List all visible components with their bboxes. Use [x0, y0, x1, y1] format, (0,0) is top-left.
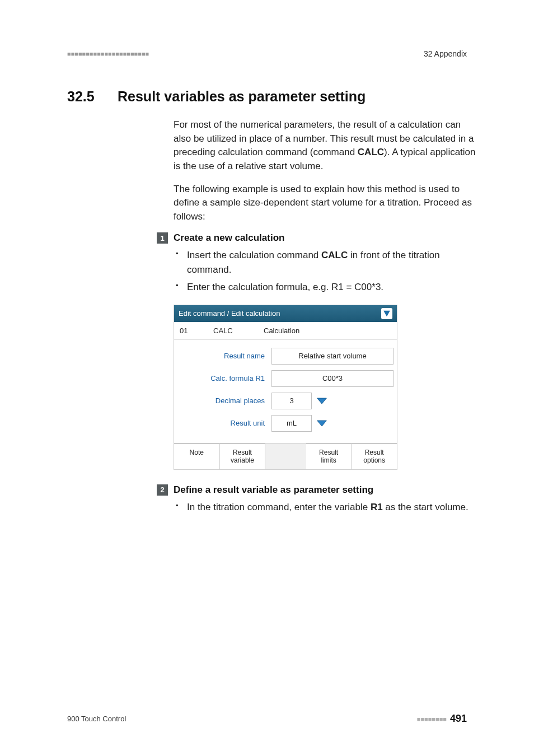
edit-calculation-dialog: Edit command / Edit calculation 01 CALC … — [174, 305, 397, 470]
step1-b1-pre: Insert the calculation command — [187, 250, 321, 260]
field-decimal-places[interactable]: 3 — [271, 393, 312, 409]
step-1-row: 1 Create a new calculation — [174, 232, 476, 244]
footer-page-number: 491 — [450, 713, 467, 725]
step2-b1-bold: R1 — [371, 502, 383, 512]
dialog-bottom-bar: Note Result variable Result limits Resul… — [174, 443, 397, 469]
footer-product: 900 Touch Control — [67, 715, 126, 723]
svg-marker-1 — [317, 421, 327, 426]
field-formula[interactable]: C00*3 — [271, 370, 394, 387]
dialog-sub-cmd: CALC — [213, 326, 264, 335]
step-2-bullet-1: In the titration command, enter the vari… — [187, 500, 476, 515]
section-number: 32.5 — [67, 88, 101, 105]
step-2-title: Define a result variable as parameter se… — [174, 484, 373, 496]
result-options-button[interactable]: Result options — [352, 444, 397, 469]
row-decimal-places: Decimal places 3 — [177, 393, 394, 409]
paragraph-1: For most of the numerical parameters, th… — [174, 118, 476, 174]
section-title: Result variables as parameter setting — [118, 88, 366, 105]
dialog-sub-label: Calculation — [264, 326, 299, 335]
label-result-unit: Result unit — [177, 419, 271, 427]
step1-b1-bold: CALC — [321, 250, 348, 260]
note-button[interactable]: Note — [174, 444, 220, 469]
step-1-bullet-1: Insert the calculation command CALC in f… — [187, 248, 476, 277]
row-result-name: Result name Relative start volume — [177, 348, 394, 365]
step-2-badge: 2 — [157, 484, 168, 496]
step-2-row: 2 Define a result variable as parameter … — [174, 484, 476, 496]
row-result-unit: Result unit mL — [177, 415, 394, 432]
footer-dashes: ■■■■■■■■ — [417, 716, 447, 722]
help-icon[interactable] — [381, 308, 392, 319]
dropdown-decimal-icon[interactable] — [316, 396, 327, 405]
step-1-bullet-2: Enter the calculation formula, e.g. R1 =… — [187, 280, 476, 295]
label-result-name: Result name — [177, 352, 271, 360]
page-header: ■■■■■■■■■■■■■■■■■■■■■■ 32 Appendix — [67, 49, 467, 58]
step-1-title: Create a new calculation — [174, 232, 284, 244]
dialog-titlebar: Edit command / Edit calculation — [174, 305, 397, 322]
dialog-sub-id: 01 — [180, 326, 213, 335]
step-2-bullets: In the titration command, enter the vari… — [174, 500, 476, 515]
page-footer: 900 Touch Control ■■■■■■■■ 491 — [67, 713, 467, 725]
dialog-form: Result name Relative start volume Calc. … — [174, 340, 397, 443]
para1-bold: CALC — [358, 147, 384, 157]
label-decimal-places: Decimal places — [177, 396, 271, 405]
bottom-spacer — [265, 444, 306, 469]
label-formula: Calc. formula R1 — [177, 374, 271, 382]
result-limits-button[interactable]: Result limits — [306, 444, 352, 469]
paragraph-2: The following example is used to explain… — [174, 183, 476, 224]
row-formula: Calc. formula R1 C00*3 — [177, 370, 394, 387]
step-1-bullets: Insert the calculation command CALC in f… — [174, 248, 476, 295]
dropdown-unit-icon[interactable] — [316, 419, 327, 428]
result-variable-button[interactable]: Result variable — [220, 444, 266, 469]
field-result-unit[interactable]: mL — [271, 415, 312, 432]
svg-marker-0 — [317, 398, 327, 404]
header-dashes: ■■■■■■■■■■■■■■■■■■■■■■ — [67, 50, 149, 57]
section-heading: 32.5 Result variables as parameter setti… — [67, 88, 467, 105]
header-appendix-label: 32 Appendix — [424, 49, 467, 58]
field-result-name[interactable]: Relative start volume — [271, 348, 394, 365]
step2-b1-post: as the start volume. — [383, 502, 469, 512]
dialog-title: Edit command / Edit calculation — [179, 309, 280, 318]
dialog-subheader: 01 CALC Calculation — [174, 322, 397, 340]
step-1-badge: 1 — [157, 232, 168, 244]
step2-b1-pre: In the titration command, enter the vari… — [187, 502, 371, 512]
